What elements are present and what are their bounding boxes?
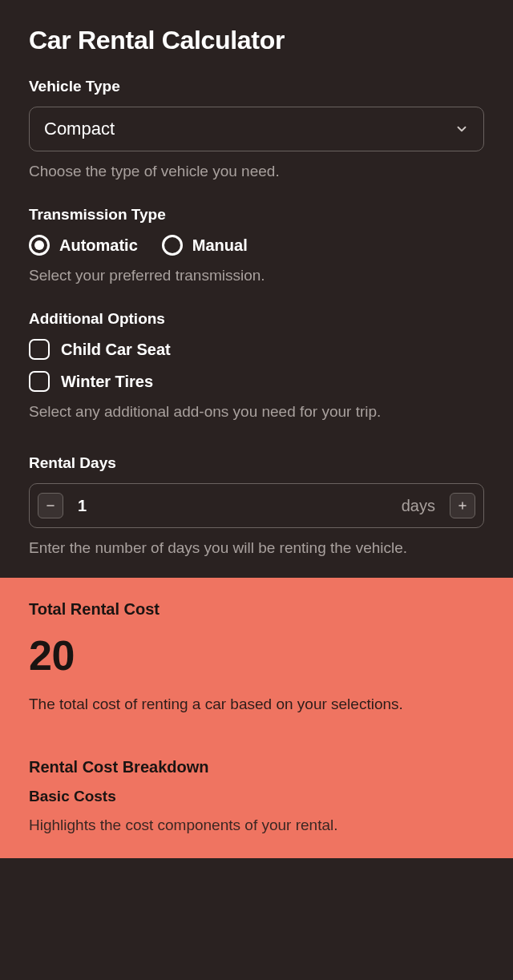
radio-manual[interactable]: Manual [162,235,248,256]
vehicle-type-select[interactable]: Compact [29,107,484,151]
checkbox-child-seat-label: Child Car Seat [61,341,171,359]
result-value: 20 [29,631,484,680]
addons-section: Additional Options Child Car Seat Winter… [29,310,484,421]
breakdown-subtitle: Basic Costs [29,788,484,805]
rental-days-helper: Enter the number of days you will be ren… [29,539,484,557]
checkbox-icon [29,371,50,392]
radio-automatic-label: Automatic [59,236,138,255]
checkbox-winter-tires-label: Winter Tires [61,373,153,391]
result-title: Total Rental Cost [29,600,484,619]
radio-icon [162,235,183,256]
result-panel: Total Rental Cost 20 The total cost of r… [0,578,513,858]
radio-manual-label: Manual [192,236,248,255]
transmission-section: Transmission Type Automatic Manual Selec… [29,206,484,284]
vehicle-type-section: Vehicle Type Compact Choose the type of … [29,78,484,180]
stepper-increment-button[interactable] [450,493,475,518]
stepper-decrement-button[interactable] [38,493,63,518]
rental-days-label: Rental Days [29,454,484,472]
vehicle-type-selected: Compact [44,119,115,139]
rental-days-section: Rental Days 1 days Enter the number of d… [29,454,484,557]
checkbox-icon [29,339,50,360]
addons-helper: Select any additional add-ons you need f… [29,403,484,421]
page-title: Car Rental Calculator [29,26,484,55]
transmission-helper: Select your preferred transmission. [29,267,484,284]
checkbox-winter-tires[interactable]: Winter Tires [29,371,484,392]
result-desc: The total cost of renting a car based on… [29,696,484,713]
breakdown-title: Rental Cost Breakdown [29,758,484,776]
breakdown-desc: Highlights the cost components of your r… [29,817,484,834]
radio-icon [29,235,50,256]
transmission-label: Transmission Type [29,206,484,224]
vehicle-type-helper: Choose the type of vehicle you need. [29,163,484,180]
vehicle-type-label: Vehicle Type [29,78,484,95]
addons-label: Additional Options [29,310,484,328]
chevron-down-icon [454,122,469,136]
rental-days-stepper: 1 days [29,483,484,528]
rental-days-unit: days [402,497,435,515]
rental-days-value[interactable]: 1 [73,497,392,515]
radio-automatic[interactable]: Automatic [29,235,138,256]
checkbox-child-seat[interactable]: Child Car Seat [29,339,484,360]
